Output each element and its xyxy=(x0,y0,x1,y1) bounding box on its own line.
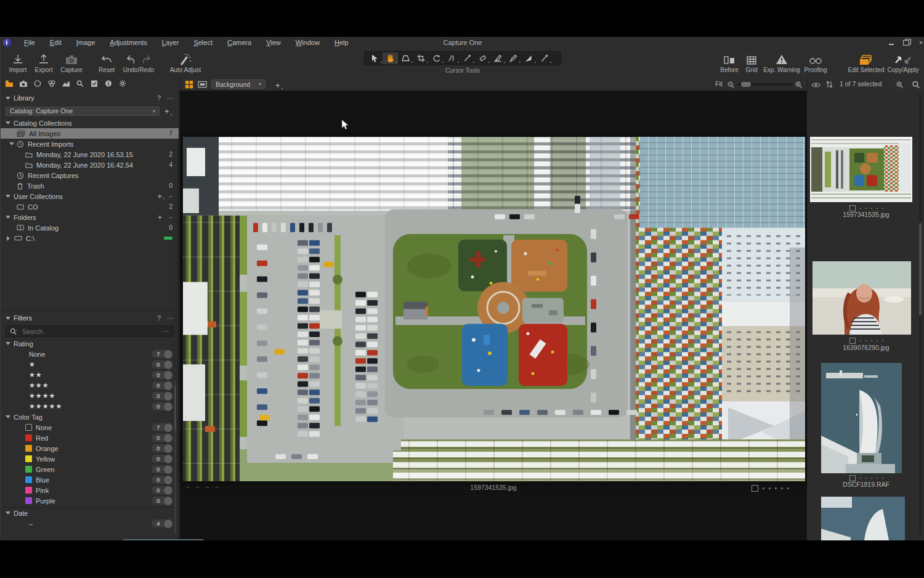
straighten-tool[interactable] xyxy=(444,52,460,64)
browser-scrollbar[interactable] xyxy=(919,94,922,535)
collection-co[interactable]: CO2 xyxy=(1,201,179,212)
section-user-collections[interactable]: User Collections +− xyxy=(1,191,179,201)
viewer-mode-icon[interactable] xyxy=(198,79,207,89)
filter-date-row[interactable]: –4 xyxy=(1,518,179,529)
filter-color-pink[interactable]: Pink0 xyxy=(1,485,179,495)
import-session-row[interactable]: Monday, 22 June 2020 16.53.152 xyxy=(1,149,179,160)
search-options-button[interactable]: ⋯ xyxy=(163,328,169,335)
capture-button[interactable]: Capture xyxy=(57,50,86,73)
browser-grid-view-icon[interactable] xyxy=(184,79,193,89)
pick-apply-tool[interactable] xyxy=(521,52,537,64)
filters-scrollbar[interactable] xyxy=(174,380,176,534)
copy-apply-button[interactable]: Copy/Apply xyxy=(885,50,921,73)
viewer-rating-strip[interactable] xyxy=(752,485,789,492)
capture-tab[interactable] xyxy=(18,79,28,88)
library-help-button[interactable]: ? xyxy=(157,94,161,102)
menu-layer[interactable]: Layer xyxy=(155,38,187,48)
pen-tool[interactable] xyxy=(537,52,552,64)
proofing-button[interactable]: Proofing xyxy=(801,50,830,73)
menu-adjustments[interactable]: Adjustments xyxy=(102,38,155,48)
filter-color-purple[interactable]: Purple0 xyxy=(1,495,179,506)
info-tab[interactable] xyxy=(103,79,113,88)
exposure-warning-button[interactable]: Exp. Warning xyxy=(762,50,801,73)
folder-drive-c[interactable]: C:\ xyxy=(1,233,179,243)
zoom-slider-knob[interactable] xyxy=(741,82,751,87)
collection-trash[interactable]: Trash0 xyxy=(1,181,179,191)
settings-tab[interactable] xyxy=(118,79,127,88)
crop-tool[interactable] xyxy=(413,52,429,64)
collection-all-images[interactable]: All Images7 xyxy=(1,128,179,139)
filters-help-button[interactable]: ? xyxy=(157,314,161,322)
reset-button[interactable]: Reset xyxy=(94,50,119,73)
browser-search-icon[interactable] xyxy=(911,80,920,89)
filter-rating-2[interactable]: ★★0 xyxy=(1,370,179,380)
menu-image[interactable]: Image xyxy=(69,38,103,48)
new-layer-button[interactable]: + xyxy=(275,81,280,90)
undo-redo-button[interactable]: Undo/Redo xyxy=(121,50,156,73)
close-button[interactable]: × xyxy=(915,38,924,47)
section-color-tag[interactable]: Color Tag xyxy=(1,412,179,422)
filters-more-button[interactable]: ⋯ xyxy=(167,314,174,322)
add-collection-button[interactable]: + xyxy=(157,193,162,200)
before-button[interactable]: Before xyxy=(718,50,741,73)
exposure-tab[interactable] xyxy=(61,79,70,88)
collapse-library-icon[interactable] xyxy=(6,96,10,100)
edit-selected-button[interactable]: Edit Selected xyxy=(842,50,890,73)
main-image-aerial-courtyard[interactable] xyxy=(183,137,805,481)
zoom-out-icon[interactable] xyxy=(726,80,736,89)
zoom-in-icon[interactable] xyxy=(794,80,803,89)
lens-tab[interactable] xyxy=(33,79,42,88)
remove-collection-button[interactable]: − xyxy=(168,193,172,200)
add-catalog-button[interactable]: + xyxy=(164,107,169,116)
section-date[interactable]: Date xyxy=(1,508,179,518)
catalog-select[interactable]: Catalog: Capture One▾ xyxy=(6,107,160,116)
select-tool[interactable] xyxy=(367,52,383,64)
minimize-button[interactable] xyxy=(886,38,897,47)
menu-window[interactable]: Window xyxy=(288,38,327,48)
menu-camera[interactable]: Camera xyxy=(220,38,259,48)
section-catalog-collections[interactable]: Catalog Collections xyxy=(1,118,179,128)
menu-help[interactable]: Help xyxy=(327,38,356,48)
eraser-tool[interactable] xyxy=(475,52,490,64)
layer-select[interactable]: Background▾ xyxy=(211,79,265,89)
auto-adjust-button[interactable]: Auto Adjust xyxy=(168,50,203,73)
fit-label[interactable]: Fit xyxy=(715,80,723,88)
folder-in-catalog[interactable]: In Catalog0 xyxy=(1,222,179,233)
filter-color-none[interactable]: None7 xyxy=(1,422,179,433)
section-folders[interactable]: Folders +− xyxy=(1,212,179,222)
color-tab[interactable] xyxy=(47,79,56,88)
details-tab[interactable] xyxy=(75,79,84,88)
remove-folder-button[interactable]: − xyxy=(168,214,172,221)
import-button[interactable]: Import xyxy=(6,50,30,73)
thumbnail-2[interactable] xyxy=(813,261,911,335)
sort-icon[interactable] xyxy=(825,79,834,89)
color-tag-box-icon[interactable] xyxy=(752,485,758,492)
filter-color-green[interactable]: Green0 xyxy=(1,464,179,474)
eye-filter-icon[interactable] xyxy=(811,80,821,89)
keystone-tool[interactable] xyxy=(398,52,413,64)
library-tab-active[interactable] xyxy=(4,79,14,88)
filter-search[interactable]: ⋯ xyxy=(6,325,174,337)
filter-rating-5[interactable]: ★★★★★0 xyxy=(1,401,179,412)
draw-mask-tool[interactable] xyxy=(506,52,521,64)
spot-removal-tool[interactable] xyxy=(460,52,475,64)
add-folder-button[interactable]: + xyxy=(158,214,162,221)
section-recent-imports[interactable]: Recent Imports xyxy=(1,139,179,149)
filter-search-input[interactable] xyxy=(21,327,163,336)
filter-rating-none[interactable]: None7 xyxy=(1,349,179,359)
rating-none-toggle[interactable]: 7 xyxy=(152,350,172,358)
menu-select[interactable]: Select xyxy=(186,38,220,48)
import-session-row[interactable]: Monday, 22 June 2020 16.42.544 xyxy=(1,160,179,170)
heal-tool[interactable] xyxy=(490,52,506,64)
rotate-tool[interactable] xyxy=(429,52,444,64)
filter-color-red[interactable]: Red0 xyxy=(1,433,179,443)
pan-tool-active[interactable] xyxy=(383,52,398,64)
export-button[interactable]: Export xyxy=(31,50,56,73)
thumbnail-3[interactable] xyxy=(821,363,902,473)
window-bottom-scrollbar[interactable] xyxy=(123,539,203,540)
collection-recent-captures[interactable]: Recent Captures xyxy=(1,170,179,181)
adjustments-tab[interactable] xyxy=(89,79,99,88)
thumbnail-4-partial[interactable] xyxy=(821,497,905,540)
filter-color-blue[interactable]: Blue0 xyxy=(1,474,179,485)
filter-rating-4[interactable]: ★★★★0 xyxy=(1,391,179,401)
